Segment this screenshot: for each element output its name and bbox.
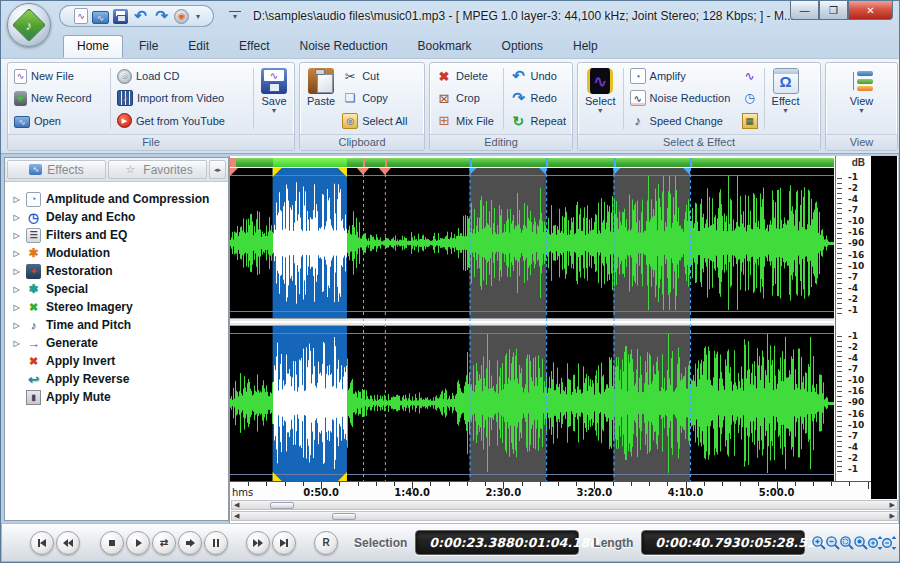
new-file-icon[interactable]: ∿ — [74, 8, 88, 24]
import-from-video-button[interactable]: ♪Import from Video — [114, 88, 250, 109]
cut-button[interactable]: ✂Cut — [339, 66, 410, 87]
close-button[interactable]: ✕ — [848, 1, 893, 20]
tree-item-apply-invert[interactable]: ✖Apply Invert — [5, 352, 228, 370]
redo-button[interactable]: ↷Redo — [507, 88, 569, 109]
timeline-ruler[interactable]: hms 0:50.01:40.02:30.03:20.04:10.05:00.0 — [230, 481, 871, 499]
minimize-button[interactable]: — — [790, 1, 819, 20]
loop-play-button[interactable]: ⇄ — [152, 531, 176, 555]
tab-effects-panel[interactable]: ∿ Effects — [7, 160, 106, 179]
play-selection-button[interactable] — [178, 531, 202, 555]
select-all-button[interactable]: ◎Select All — [339, 110, 410, 131]
delete-button[interactable]: ✖Delete — [433, 66, 500, 87]
tree-item-delay-and-echo[interactable]: ▷◷Delay and Echo — [5, 208, 228, 226]
scroll-right-icon[interactable]: ▶ — [890, 501, 895, 509]
amplify-button[interactable]: ◔Amplify — [627, 66, 739, 87]
tab-effect[interactable]: Effect — [225, 35, 283, 58]
burn-cd-icon[interactable]: ◉ — [174, 9, 189, 24]
tab-options[interactable]: Options — [488, 35, 557, 58]
maximize-button[interactable]: ❐ — [819, 1, 848, 20]
new-file-button[interactable]: ∿New File — [11, 66, 107, 87]
tree-item-apply-mute[interactable]: ▮Apply Mute — [5, 388, 228, 406]
save-button[interactable]: Save▼ — [257, 65, 291, 132]
redo-icon[interactable]: ↷ — [153, 8, 170, 25]
view-button[interactable]: View▼ — [845, 65, 879, 132]
tree-item-modulation[interactable]: ▷✱Modulation — [5, 244, 228, 262]
vertical-zoom-out-button[interactable] — [882, 532, 895, 554]
horizontal-scrollbar-bottom[interactable]: ◀ ▶ — [231, 511, 898, 521]
horizontal-scrollbar-top[interactable]: ◀ ▶ — [231, 500, 898, 510]
tab-edit[interactable]: Edit — [174, 35, 223, 58]
pause-button[interactable] — [204, 531, 228, 555]
tab-help[interactable]: Help — [559, 35, 612, 58]
tab-file[interactable]: File — [125, 35, 172, 58]
tree-item-special[interactable]: ▷❃Special — [5, 280, 228, 298]
crop-button[interactable]: ⊠Crop — [433, 88, 500, 109]
zoom-full-button[interactable] — [854, 532, 867, 554]
go-to-end-button[interactable] — [272, 531, 296, 555]
tab-home[interactable]: Home — [63, 35, 123, 58]
zoom-to-selection-button[interactable] — [840, 532, 853, 554]
expand-arrow-icon[interactable]: ▷ — [12, 249, 21, 258]
stop-button[interactable] — [100, 531, 124, 555]
scroll-left-icon[interactable]: ◀ — [234, 501, 239, 509]
go-to-start-button[interactable] — [30, 531, 54, 555]
noise-reduction-button[interactable]: ∿Noise Reduction — [627, 88, 739, 109]
load-cd-button[interactable]: ◎Load CD — [114, 66, 250, 87]
new-record-button[interactable]: ✚New Record — [11, 88, 107, 109]
speed-change-button[interactable]: ♪Speed Change — [627, 110, 739, 131]
tree-item-amplitude-and-compression[interactable]: ▷◔Amplitude and Compression — [5, 190, 228, 208]
paste-button[interactable]: Paste — [303, 65, 339, 132]
frame-tool-icon[interactable]: ▦ — [742, 113, 758, 129]
open-file-icon[interactable]: ∿ — [92, 11, 109, 24]
scroll-right-icon[interactable]: ▶ — [890, 512, 895, 520]
rewind-button[interactable] — [56, 531, 80, 555]
expand-arrow-icon[interactable]: ▷ — [12, 285, 21, 294]
tree-item-filters-and-eq[interactable]: ▷☰Filters and EQ — [5, 226, 228, 244]
open-button[interactable]: ∿Open — [11, 110, 107, 131]
scrollbar-thumb[interactable] — [332, 513, 356, 520]
undo-button[interactable]: ↶Undo — [507, 66, 569, 87]
qat-dropdown-icon[interactable]: ▾ — [193, 8, 203, 25]
expand-arrow-icon[interactable]: ▷ — [12, 213, 21, 222]
save-icon[interactable] — [113, 9, 128, 24]
tree-item-time-and-pitch[interactable]: ▷♪Time and Pitch — [5, 316, 228, 334]
tree-item-restoration[interactable]: ▷✦Restoration — [5, 262, 228, 280]
fast-forward-button[interactable] — [246, 531, 270, 555]
db-scale: dB -1-2-4-7-10-16-90-16-10-7-4-2-1 -1-2-… — [835, 156, 871, 481]
expand-arrow-icon[interactable]: ▷ — [12, 321, 21, 330]
select-button[interactable]: ∿ Select▼ — [581, 65, 620, 132]
scroll-left-icon[interactable]: ◀ — [234, 512, 239, 520]
copy-button[interactable]: ❏Copy — [339, 88, 410, 109]
tree-item-stereo-imagery[interactable]: ▷✖Stereo Imagery — [5, 298, 228, 316]
expand-arrow-icon[interactable]: ▷ — [12, 195, 21, 204]
zoom-out-button[interactable] — [826, 532, 839, 554]
tab-noise-reduction[interactable]: Noise Reduction — [286, 35, 402, 58]
play-button[interactable] — [126, 531, 150, 555]
tab-favorites-panel[interactable]: ☆ Favorites — [108, 160, 207, 179]
waveform-canvas[interactable] — [230, 168, 834, 481]
vertical-zoom-in-button[interactable] — [868, 532, 881, 554]
expand-arrow-icon[interactable]: ▷ — [12, 267, 21, 276]
selection-start-value: 0:00:23.388 — [429, 535, 513, 550]
record-button[interactable]: R — [314, 531, 338, 555]
mix-file-button[interactable]: ⊞Mix File — [433, 110, 500, 131]
expand-arrow-icon[interactable]: ▷ — [12, 303, 21, 312]
repeat-button[interactable]: ↻Repeat — [507, 110, 569, 131]
tree-item-apply-reverse[interactable]: ↩Apply Reverse — [5, 370, 228, 388]
scrollbar-thumb[interactable] — [270, 502, 294, 509]
effect-button[interactable]: Ω Effect▼ — [768, 65, 804, 132]
wave-tool-icon[interactable]: ∿ — [742, 68, 758, 84]
customize-toolbar-icon[interactable]: ▾ — [229, 11, 241, 21]
timer-tool-icon[interactable]: ◷ — [742, 90, 758, 106]
tree-item-generate[interactable]: ▷→Generate — [5, 334, 228, 352]
undo-arrow-icon: ↶ — [510, 68, 526, 84]
zoom-in-button[interactable] — [812, 532, 825, 554]
expand-arrow-icon[interactable]: ▷ — [12, 339, 21, 348]
overview-strip[interactable] — [230, 158, 834, 167]
sidebar-collapse-button[interactable]: ◂▸ — [209, 160, 226, 179]
app-menu-button[interactable]: ♪ — [7, 3, 51, 47]
tab-bookmark[interactable]: Bookmark — [404, 35, 486, 58]
undo-icon[interactable]: ↶ — [132, 8, 149, 25]
expand-arrow-icon[interactable]: ▷ — [12, 231, 21, 240]
get-from-youtube-button[interactable]: ▶Get from YouTube — [114, 110, 250, 131]
